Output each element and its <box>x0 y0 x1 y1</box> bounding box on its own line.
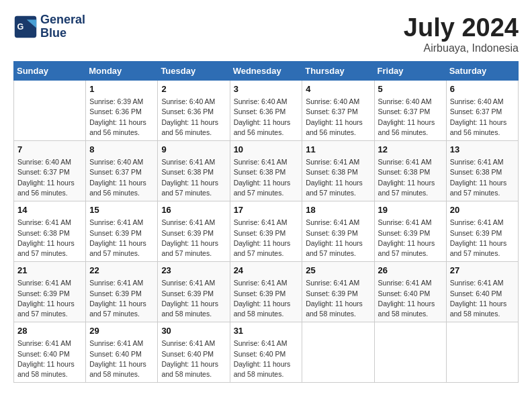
day-number: 21 <box>17 265 82 277</box>
calendar-cell: 11Sunrise: 6:41 AM Sunset: 6:38 PM Dayli… <box>302 141 374 201</box>
day-content: Sunrise: 6:41 AM Sunset: 6:40 PM Dayligh… <box>234 338 299 379</box>
day-content: Sunrise: 6:40 AM Sunset: 6:37 PM Dayligh… <box>89 157 154 198</box>
day-number: 22 <box>89 265 154 277</box>
calendar-cell: 16Sunrise: 6:41 AM Sunset: 6:39 PM Dayli… <box>158 201 230 262</box>
calendar-cell: 1Sunrise: 6:39 AM Sunset: 6:36 PM Daylig… <box>86 81 158 141</box>
logo-icon: G <box>13 15 38 39</box>
col-header-thursday: Thursday <box>302 62 374 81</box>
calendar-cell <box>14 81 86 141</box>
day-content: Sunrise: 6:41 AM Sunset: 6:40 PM Dayligh… <box>89 338 154 379</box>
day-content: Sunrise: 6:41 AM Sunset: 6:39 PM Dayligh… <box>89 218 154 259</box>
page-header: G General Blue July 2024 Airbuaya, Indon… <box>13 13 519 54</box>
day-content: Sunrise: 6:41 AM Sunset: 6:39 PM Dayligh… <box>17 278 82 319</box>
calendar-cell: 30Sunrise: 6:41 AM Sunset: 6:40 PM Dayli… <box>158 322 230 383</box>
calendar-body: 1Sunrise: 6:39 AM Sunset: 6:36 PM Daylig… <box>14 81 519 383</box>
day-number: 16 <box>161 204 226 216</box>
day-content: Sunrise: 6:40 AM Sunset: 6:37 PM Dayligh… <box>306 97 370 138</box>
calendar-table: SundayMondayTuesdayWednesdayThursdayFrid… <box>13 61 519 383</box>
day-content: Sunrise: 6:40 AM Sunset: 6:37 PM Dayligh… <box>450 97 515 138</box>
calendar-cell <box>446 322 518 383</box>
day-number: 2 <box>161 83 226 95</box>
day-number: 13 <box>450 144 515 156</box>
day-content: Sunrise: 6:41 AM Sunset: 6:39 PM Dayligh… <box>161 218 226 259</box>
day-number: 8 <box>89 144 154 156</box>
day-content: Sunrise: 6:40 AM Sunset: 6:36 PM Dayligh… <box>161 97 226 138</box>
col-header-tuesday: Tuesday <box>158 62 230 81</box>
calendar-cell: 23Sunrise: 6:41 AM Sunset: 6:39 PM Dayli… <box>158 262 230 322</box>
calendar-cell: 21Sunrise: 6:41 AM Sunset: 6:39 PM Dayli… <box>14 262 86 322</box>
day-content: Sunrise: 6:41 AM Sunset: 6:40 PM Dayligh… <box>17 338 82 379</box>
col-header-sunday: Sunday <box>14 62 86 81</box>
day-number: 25 <box>306 265 370 277</box>
week-row-4: 21Sunrise: 6:41 AM Sunset: 6:39 PM Dayli… <box>14 262 519 322</box>
week-row-3: 14Sunrise: 6:41 AM Sunset: 6:38 PM Dayli… <box>14 201 519 262</box>
logo-line2: Blue <box>40 27 85 40</box>
day-number: 23 <box>161 265 226 277</box>
day-content: Sunrise: 6:41 AM Sunset: 6:38 PM Dayligh… <box>378 157 443 198</box>
day-content: Sunrise: 6:41 AM Sunset: 6:39 PM Dayligh… <box>89 278 154 319</box>
calendar-cell: 24Sunrise: 6:41 AM Sunset: 6:39 PM Dayli… <box>230 262 302 322</box>
calendar-cell: 29Sunrise: 6:41 AM Sunset: 6:40 PM Dayli… <box>86 322 158 383</box>
calendar-cell: 14Sunrise: 6:41 AM Sunset: 6:38 PM Dayli… <box>14 201 86 262</box>
day-number: 5 <box>378 83 443 95</box>
day-number: 26 <box>378 265 443 277</box>
col-header-wednesday: Wednesday <box>230 62 302 81</box>
day-content: Sunrise: 6:40 AM Sunset: 6:36 PM Dayligh… <box>234 97 299 138</box>
day-content: Sunrise: 6:41 AM Sunset: 6:39 PM Dayligh… <box>450 218 515 259</box>
calendar-cell: 26Sunrise: 6:41 AM Sunset: 6:40 PM Dayli… <box>374 262 446 322</box>
day-content: Sunrise: 6:41 AM Sunset: 6:39 PM Dayligh… <box>234 218 299 259</box>
logo-line1: General <box>40 13 85 27</box>
day-content: Sunrise: 6:41 AM Sunset: 6:40 PM Dayligh… <box>161 338 226 379</box>
day-number: 28 <box>17 325 82 337</box>
day-content: Sunrise: 6:41 AM Sunset: 6:38 PM Dayligh… <box>161 157 226 198</box>
day-content: Sunrise: 6:41 AM Sunset: 6:39 PM Dayligh… <box>234 278 299 319</box>
calendar-cell: 15Sunrise: 6:41 AM Sunset: 6:39 PM Dayli… <box>86 201 158 262</box>
logo-text: General Blue <box>40 13 85 40</box>
calendar-cell: 19Sunrise: 6:41 AM Sunset: 6:39 PM Dayli… <box>374 201 446 262</box>
calendar-cell: 12Sunrise: 6:41 AM Sunset: 6:38 PM Dayli… <box>374 141 446 201</box>
day-content: Sunrise: 6:41 AM Sunset: 6:39 PM Dayligh… <box>378 218 443 259</box>
col-header-saturday: Saturday <box>446 62 518 81</box>
day-number: 10 <box>234 144 299 156</box>
day-number: 7 <box>17 144 82 156</box>
day-number: 15 <box>89 204 154 216</box>
calendar-cell: 25Sunrise: 6:41 AM Sunset: 6:39 PM Dayli… <box>302 262 374 322</box>
day-number: 31 <box>234 325 299 337</box>
day-number: 29 <box>89 325 154 337</box>
title-block: July 2024 Airbuaya, Indonesia <box>404 13 519 54</box>
calendar-header: SundayMondayTuesdayWednesdayThursdayFrid… <box>14 62 519 81</box>
day-number: 1 <box>89 83 154 95</box>
day-content: Sunrise: 6:41 AM Sunset: 6:38 PM Dayligh… <box>450 157 515 198</box>
day-content: Sunrise: 6:40 AM Sunset: 6:37 PM Dayligh… <box>17 157 82 198</box>
day-number: 3 <box>234 83 299 95</box>
page-title: July 2024 <box>404 13 519 42</box>
day-number: 6 <box>450 83 515 95</box>
day-number: 14 <box>17 204 82 216</box>
svg-text:G: G <box>17 21 24 31</box>
day-number: 17 <box>234 204 299 216</box>
day-content: Sunrise: 6:41 AM Sunset: 6:38 PM Dayligh… <box>306 157 370 198</box>
calendar-cell: 7Sunrise: 6:40 AM Sunset: 6:37 PM Daylig… <box>14 141 86 201</box>
calendar-cell: 3Sunrise: 6:40 AM Sunset: 6:36 PM Daylig… <box>230 81 302 141</box>
day-content: Sunrise: 6:41 AM Sunset: 6:38 PM Dayligh… <box>17 218 82 259</box>
week-row-1: 1Sunrise: 6:39 AM Sunset: 6:36 PM Daylig… <box>14 81 519 141</box>
calendar-cell: 17Sunrise: 6:41 AM Sunset: 6:39 PM Dayli… <box>230 201 302 262</box>
page-subtitle: Airbuaya, Indonesia <box>404 42 519 54</box>
day-number: 27 <box>450 265 515 277</box>
col-header-monday: Monday <box>86 62 158 81</box>
calendar-cell: 22Sunrise: 6:41 AM Sunset: 6:39 PM Dayli… <box>86 262 158 322</box>
calendar-cell: 9Sunrise: 6:41 AM Sunset: 6:38 PM Daylig… <box>158 141 230 201</box>
day-content: Sunrise: 6:41 AM Sunset: 6:39 PM Dayligh… <box>161 278 226 319</box>
calendar-cell: 8Sunrise: 6:40 AM Sunset: 6:37 PM Daylig… <box>86 141 158 201</box>
calendar-cell: 20Sunrise: 6:41 AM Sunset: 6:39 PM Dayli… <box>446 201 518 262</box>
calendar-cell: 6Sunrise: 6:40 AM Sunset: 6:37 PM Daylig… <box>446 81 518 141</box>
day-number: 24 <box>234 265 299 277</box>
day-number: 19 <box>378 204 443 216</box>
day-number: 12 <box>378 144 443 156</box>
day-number: 20 <box>450 204 515 216</box>
calendar-cell: 10Sunrise: 6:41 AM Sunset: 6:38 PM Dayli… <box>230 141 302 201</box>
week-row-5: 28Sunrise: 6:41 AM Sunset: 6:40 PM Dayli… <box>14 322 519 383</box>
day-content: Sunrise: 6:39 AM Sunset: 6:36 PM Dayligh… <box>89 97 154 138</box>
logo: G General Blue <box>13 13 85 40</box>
calendar-cell: 5Sunrise: 6:40 AM Sunset: 6:37 PM Daylig… <box>374 81 446 141</box>
